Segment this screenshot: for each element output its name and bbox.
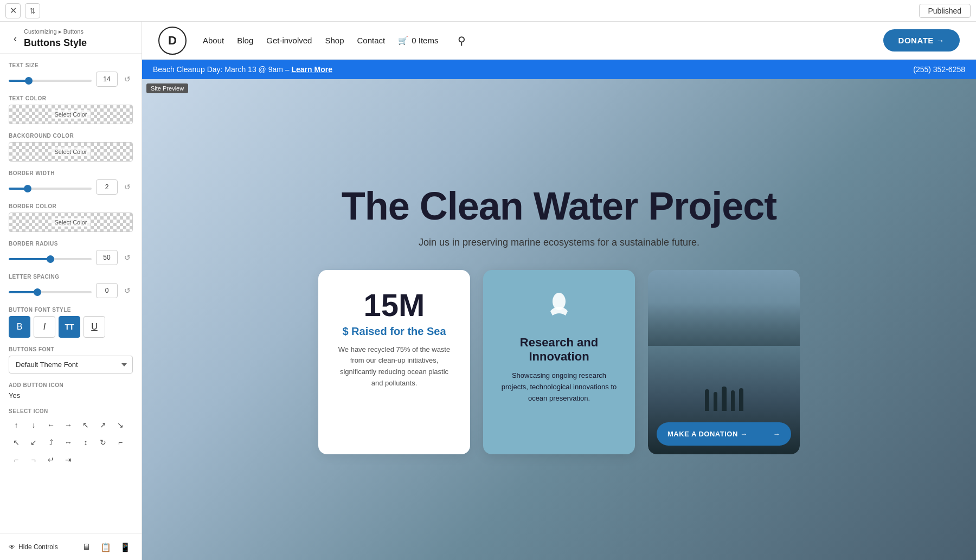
card-heading: Research and Innovation: [500, 336, 618, 364]
close-button[interactable]: ✕: [5, 3, 21, 18]
nav-contact[interactable]: Contact: [357, 36, 386, 45]
icon-down[interactable]: ↓: [26, 417, 41, 433]
make-donation-button[interactable]: MAKE A DONATION → →: [657, 422, 791, 446]
border-color-picker[interactable]: Select Color: [9, 213, 133, 232]
donate-button[interactable]: DONATE →: [883, 29, 960, 52]
buttons-font-select[interactable]: Default Theme Font: [9, 356, 133, 374]
letter-spacing-reset[interactable]: ↺: [122, 285, 133, 296]
letter-spacing-value: 0: [96, 283, 118, 298]
site-preview-badge: Site Preview: [146, 83, 188, 93]
border-color-label: BORDER COLOR: [9, 203, 133, 209]
icon-corner2[interactable]: ⌐: [9, 452, 24, 467]
icon-up[interactable]: ↑: [9, 417, 24, 433]
border-width-reset[interactable]: ↺: [122, 182, 133, 192]
icon-corner5[interactable]: ⇥: [61, 452, 76, 467]
hide-controls-label: Hide Controls: [18, 543, 58, 551]
text-size-control: TEXT SIZE 14 ↺: [9, 62, 133, 87]
footer-icons: 🖥 📋 📱: [79, 539, 133, 555]
bg-color-label: BACKGROUND COLOR: [9, 133, 133, 139]
bg-color-picker[interactable]: Select Color: [9, 142, 133, 162]
add-icon-value: Yes: [9, 391, 20, 400]
top-bar: ✕ ⇅ Published: [0, 0, 976, 22]
italic-button[interactable]: I: [34, 316, 55, 338]
sidebar-header: ‹ Customizing ▸ Buttons Buttons Style: [0, 22, 142, 54]
nav-blog[interactable]: Blog: [237, 36, 253, 45]
icon-hv1[interactable]: ↔: [61, 435, 76, 450]
sidebar: ‹ Customizing ▸ Buttons Buttons Style TE…: [0, 22, 142, 560]
text-color-label: TEXT COLOR: [9, 95, 133, 101]
card-body-text: We have recycled 75% of the waste from o…: [336, 344, 453, 389]
desktop-view-button[interactable]: 🖥: [79, 539, 94, 555]
text-size-label: TEXT SIZE: [9, 62, 133, 68]
icon-upright[interactable]: ↗: [95, 417, 111, 433]
border-radius-reset[interactable]: ↺: [122, 252, 133, 263]
icon-left[interactable]: ←: [43, 417, 59, 433]
announcement-bar: Beach Cleanup Day: March 13 @ 9am – Lear…: [142, 60, 976, 79]
letter-spacing-control: LETTER SPACING 0 ↺: [9, 274, 133, 298]
img-card-inner: MAKE A DONATION → →: [648, 270, 800, 454]
water-drop-icon: [500, 289, 618, 327]
mobile-view-button[interactable]: 📱: [118, 539, 133, 555]
nav-get-involved[interactable]: Get-involved: [266, 36, 312, 45]
font-style-label: BUTTON FONT STYLE: [9, 307, 133, 313]
card-image: MAKE A DONATION → →: [648, 270, 800, 454]
bold-button[interactable]: B: [9, 316, 30, 338]
icon-corner4[interactable]: ↵: [43, 452, 59, 467]
add-icon-control: ADD BUTTON ICON Yes: [9, 382, 133, 400]
text-size-reset[interactable]: ↺: [122, 74, 133, 85]
icon-curve2[interactable]: ⤴: [43, 435, 59, 450]
border-width-slider-container: [9, 182, 92, 192]
select-icon-label: SELECT ICON: [9, 408, 133, 414]
border-radius-slider[interactable]: [9, 258, 92, 260]
icon-right[interactable]: →: [61, 417, 76, 433]
sidebar-content: TEXT SIZE 14 ↺ TEXT COLOR Select Color: [0, 54, 142, 533]
border-radius-value: 50: [96, 250, 118, 265]
text-size-slider[interactable]: [9, 80, 92, 82]
tablet-view-button[interactable]: 📋: [98, 539, 113, 555]
tt-button[interactable]: TT: [59, 316, 80, 338]
text-size-slider-container: [9, 74, 92, 84]
border-width-slider[interactable]: [9, 188, 92, 190]
nav-about[interactable]: About: [203, 36, 224, 45]
add-icon-label: ADD BUTTON ICON: [9, 382, 133, 388]
learn-more-link[interactable]: Learn More: [291, 65, 332, 74]
eye-icon: 👁: [9, 543, 15, 551]
icon-downright[interactable]: ↘: [113, 417, 128, 433]
back-button[interactable]: ‹: [9, 32, 22, 45]
sidebar-title: Buttons Style: [24, 37, 87, 49]
icon-curve-tl[interactable]: ↙: [26, 435, 41, 450]
arrow-icon: →: [773, 430, 781, 438]
nav-search-button[interactable]: ⚲: [458, 34, 466, 47]
card-desc: Showcasing ongoing research projects, te…: [500, 370, 618, 404]
announcement-text: Beach Cleanup Day: March 13 @ 9am – Lear…: [153, 65, 332, 74]
hide-controls-button[interactable]: 👁 Hide Controls: [9, 543, 58, 551]
hero-title: The Clean Water Project: [318, 185, 800, 228]
icon-upleft[interactable]: ↖: [78, 417, 93, 433]
letter-spacing-row: 0 ↺: [9, 283, 133, 298]
icon-corner1[interactable]: ⌐: [113, 435, 128, 450]
text-color-picker[interactable]: Select Color: [9, 105, 133, 124]
card-white: 15M $ Raised for the Sea We have recycle…: [318, 270, 470, 454]
letter-spacing-slider-container: [9, 286, 92, 295]
buttons-font-label: BUTTONS FONT: [9, 346, 133, 352]
hero-content: The Clean Water Project Join us in prese…: [318, 185, 800, 454]
border-width-row: 2 ↺: [9, 179, 133, 195]
icon-nw[interactable]: ↗: [9, 435, 24, 450]
icon-refresh[interactable]: ↻: [95, 435, 111, 450]
site-nav: D About Blog Get-involved Shop Contact 🛒…: [142, 22, 976, 60]
announcement-phone: (255) 352-6258: [913, 65, 965, 74]
border-width-label: BORDER WIDTH: [9, 170, 133, 176]
border-radius-label: BORDER RADIUS: [9, 241, 133, 247]
underline-button[interactable]: U: [84, 316, 105, 338]
font-style-control: BUTTON FONT STYLE B I TT U: [9, 307, 133, 338]
sidebar-footer: 👁 Hide Controls 🖥 📋 📱: [0, 533, 142, 560]
nav-links: About Blog Get-involved Shop Contact 🛒 0…: [203, 34, 466, 47]
nav-cart[interactable]: 🛒 0 Items: [398, 36, 438, 46]
nav-shop[interactable]: Shop: [325, 36, 344, 45]
icon-corner3[interactable]: ⌐: [26, 452, 41, 467]
published-button[interactable]: Published: [919, 4, 971, 18]
swap-button[interactable]: ⇅: [25, 3, 40, 18]
letter-spacing-slider[interactable]: [9, 291, 92, 293]
icon-hv2[interactable]: ↕: [78, 435, 93, 450]
text-size-value: 14: [96, 72, 118, 87]
